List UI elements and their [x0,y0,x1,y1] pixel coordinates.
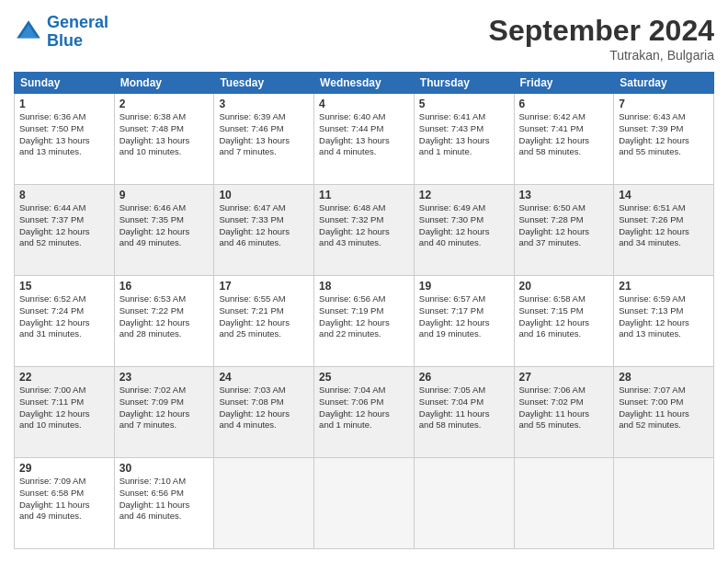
day-number: 23 [119,371,210,384]
table-row: 13Sunrise: 6:50 AM Sunset: 7:28 PM Dayli… [514,185,614,276]
day-number: 28 [619,371,709,384]
day-number: 16 [119,280,210,293]
day-info: Sunrise: 7:07 AM Sunset: 7:00 PM Dayligh… [619,385,709,431]
table-row: 25Sunrise: 7:04 AM Sunset: 7:06 PM Dayli… [314,367,415,458]
day-info: Sunrise: 6:44 AM Sunset: 7:37 PM Dayligh… [19,202,109,249]
table-row: 19Sunrise: 6:57 AM Sunset: 7:17 PM Dayli… [414,276,514,367]
day-info: Sunrise: 6:49 AM Sunset: 7:30 PM Dayligh… [419,202,509,249]
logo-text: General Blue [47,14,108,51]
day-number: 24 [219,371,309,384]
table-row: 26Sunrise: 7:05 AM Sunset: 7:04 PM Dayli… [414,367,514,458]
table-row: 15Sunrise: 6:52 AM Sunset: 7:24 PM Dayli… [15,276,115,367]
day-number: 26 [419,371,509,384]
day-info: Sunrise: 7:03 AM Sunset: 7:08 PM Dayligh… [219,385,309,431]
day-number: 20 [519,280,609,293]
table-row: 8Sunrise: 6:44 AM Sunset: 7:37 PM Daylig… [15,185,115,276]
table-row: 2Sunrise: 6:38 AM Sunset: 7:48 PM Daylig… [114,94,214,185]
calendar-table: Sunday Monday Tuesday Wednesday Thursday… [14,72,714,549]
table-row: 7Sunrise: 6:43 AM Sunset: 7:39 PM Daylig… [614,94,714,185]
day-number: 8 [19,189,109,201]
day-number: 9 [119,189,210,201]
table-row: 17Sunrise: 6:55 AM Sunset: 7:21 PM Dayli… [214,276,314,367]
table-row: 21Sunrise: 6:59 AM Sunset: 7:13 PM Dayli… [614,276,714,367]
table-row: 12Sunrise: 6:49 AM Sunset: 7:30 PM Dayli… [414,185,514,276]
day-info: Sunrise: 6:41 AM Sunset: 7:43 PM Dayligh… [419,111,509,158]
day-number: 13 [519,189,609,201]
day-number: 21 [619,280,709,293]
col-friday: Friday [514,73,614,94]
day-info: Sunrise: 6:55 AM Sunset: 7:21 PM Dayligh… [219,293,309,340]
header: General Blue September 2024 Tutrakan, Bu… [14,14,714,63]
table-row: 23Sunrise: 7:02 AM Sunset: 7:09 PM Dayli… [114,367,214,458]
day-info: Sunrise: 6:39 AM Sunset: 7:46 PM Dayligh… [219,111,309,158]
day-info: Sunrise: 6:42 AM Sunset: 7:41 PM Dayligh… [519,111,609,158]
table-row: 24Sunrise: 7:03 AM Sunset: 7:08 PM Dayli… [214,367,314,458]
title-block: September 2024 Tutrakan, Bulgaria [489,14,714,63]
table-row: 28Sunrise: 7:07 AM Sunset: 7:00 PM Dayli… [614,367,714,458]
day-info: Sunrise: 6:57 AM Sunset: 7:17 PM Dayligh… [419,293,509,340]
col-tuesday: Tuesday [214,73,314,94]
day-number: 25 [319,371,409,384]
day-info: Sunrise: 6:38 AM Sunset: 7:48 PM Dayligh… [119,111,210,158]
table-row: 30Sunrise: 7:10 AM Sunset: 6:56 PM Dayli… [114,458,214,549]
day-number: 12 [419,189,509,201]
col-monday: Monday [114,73,214,94]
table-row [514,458,614,549]
day-info: Sunrise: 7:05 AM Sunset: 7:04 PM Dayligh… [419,385,509,431]
day-number: 19 [419,280,509,293]
col-sunday: Sunday [15,73,115,94]
table-row: 16Sunrise: 6:53 AM Sunset: 7:22 PM Dayli… [114,276,214,367]
day-number: 22 [19,371,109,384]
table-row: 5Sunrise: 6:41 AM Sunset: 7:43 PM Daylig… [414,94,514,185]
day-info: Sunrise: 6:48 AM Sunset: 7:32 PM Dayligh… [319,202,409,249]
day-number: 6 [519,98,609,110]
day-info: Sunrise: 6:52 AM Sunset: 7:24 PM Dayligh… [19,293,109,340]
table-row: 22Sunrise: 7:00 AM Sunset: 7:11 PM Dayli… [15,367,115,458]
table-row [414,458,514,549]
table-row: 9Sunrise: 6:46 AM Sunset: 7:35 PM Daylig… [114,185,214,276]
table-row [614,458,714,549]
calendar-week-row: 15Sunrise: 6:52 AM Sunset: 7:24 PM Dayli… [15,276,714,367]
day-info: Sunrise: 7:00 AM Sunset: 7:11 PM Dayligh… [19,385,109,431]
location-subtitle: Tutrakan, Bulgaria [489,48,714,63]
day-info: Sunrise: 7:09 AM Sunset: 6:58 PM Dayligh… [19,476,109,523]
table-row [214,458,314,549]
table-row: 1Sunrise: 6:36 AM Sunset: 7:50 PM Daylig… [15,94,115,185]
day-number: 17 [219,280,309,293]
day-info: Sunrise: 6:46 AM Sunset: 7:35 PM Dayligh… [119,202,210,249]
day-number: 2 [119,98,210,110]
day-number: 29 [19,462,109,475]
calendar-week-row: 1Sunrise: 6:36 AM Sunset: 7:50 PM Daylig… [15,94,714,185]
day-number: 7 [619,98,709,110]
calendar-week-row: 22Sunrise: 7:00 AM Sunset: 7:11 PM Dayli… [15,367,714,458]
day-number: 5 [419,98,509,110]
table-row [314,458,415,549]
day-number: 15 [19,280,109,293]
day-info: Sunrise: 7:06 AM Sunset: 7:02 PM Dayligh… [519,385,609,431]
day-info: Sunrise: 6:47 AM Sunset: 7:33 PM Dayligh… [219,202,309,249]
day-info: Sunrise: 7:04 AM Sunset: 7:06 PM Dayligh… [319,385,409,431]
calendar-week-row: 29Sunrise: 7:09 AM Sunset: 6:58 PM Dayli… [15,458,714,549]
month-title: September 2024 [489,14,714,48]
day-number: 1 [19,98,109,110]
table-row: 20Sunrise: 6:58 AM Sunset: 7:15 PM Dayli… [514,276,614,367]
day-number: 27 [519,371,609,384]
day-number: 14 [619,189,709,201]
day-info: Sunrise: 7:10 AM Sunset: 6:56 PM Dayligh… [119,476,210,523]
table-row: 6Sunrise: 6:42 AM Sunset: 7:41 PM Daylig… [514,94,614,185]
header-row: Sunday Monday Tuesday Wednesday Thursday… [15,73,714,94]
day-info: Sunrise: 6:36 AM Sunset: 7:50 PM Dayligh… [19,111,109,158]
day-info: Sunrise: 6:50 AM Sunset: 7:28 PM Dayligh… [519,202,609,249]
table-row: 18Sunrise: 6:56 AM Sunset: 7:19 PM Dayli… [314,276,415,367]
day-info: Sunrise: 6:58 AM Sunset: 7:15 PM Dayligh… [519,293,609,340]
col-wednesday: Wednesday [314,73,415,94]
day-number: 3 [219,98,309,110]
col-saturday: Saturday [614,73,714,94]
day-info: Sunrise: 6:53 AM Sunset: 7:22 PM Dayligh… [119,293,210,340]
col-thursday: Thursday [414,73,514,94]
day-number: 10 [219,189,309,201]
day-number: 4 [319,98,409,110]
table-row: 27Sunrise: 7:06 AM Sunset: 7:02 PM Dayli… [514,367,614,458]
table-row: 11Sunrise: 6:48 AM Sunset: 7:32 PM Dayli… [314,185,415,276]
day-info: Sunrise: 6:43 AM Sunset: 7:39 PM Dayligh… [619,111,709,158]
